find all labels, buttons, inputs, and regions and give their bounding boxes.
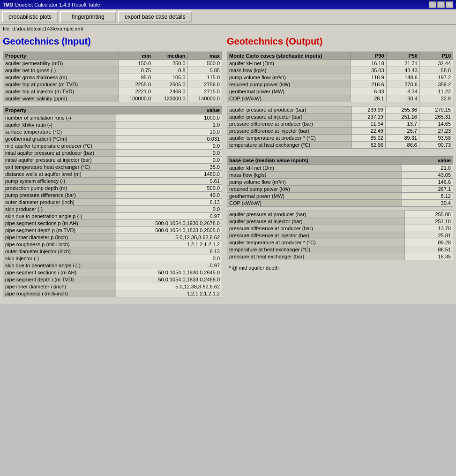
left-panel: Geotechnics (Input) Property min median …: [3, 35, 222, 301]
app-icon: TMO: [3, 2, 13, 8]
output-table-4: aquifer pressure at producer (bar)255.08…: [227, 211, 453, 260]
table-row: temperature at heat exchanger (°C)86.51: [227, 246, 453, 253]
value-cell: 2221.0: [119, 88, 153, 95]
value-cell: 13.78: [405, 225, 453, 232]
table-row: aquifer net to gross (-)0.750.80.85: [3, 67, 222, 74]
maximize-button[interactable]: □: [437, 1, 445, 8]
value-cell: 105.0: [153, 74, 187, 81]
col-monte-carlo: Monte Carlo cases (stochastic inputs): [227, 52, 351, 60]
property-cell: pump volume flow (m³/h): [227, 179, 402, 186]
right-section-title: Geotechnics (Output): [227, 35, 453, 48]
value-cell: 8.34: [386, 88, 419, 95]
table-row: production pump depth (m)500.0: [3, 185, 222, 192]
property-cell: pump pressure difference (bar): [3, 192, 116, 199]
col-max: max: [187, 52, 222, 60]
table-row: aquifer top at injector (m TVD)2221.0246…: [3, 88, 222, 95]
property-cell: pipe segment sections i (m AH): [3, 269, 116, 276]
fingerprinting-button[interactable]: fingerprinting: [60, 11, 116, 23]
table-row: pipe roughness i (milli-inch)1.2,1.2,1.2…: [3, 290, 222, 297]
value-cell: 0.0: [116, 150, 222, 157]
value-cell: 237.19: [351, 113, 385, 121]
value-cell: 0.75: [119, 67, 153, 74]
value-cell: 30.4: [402, 200, 453, 207]
value-cell: 0.0: [116, 143, 222, 150]
property-cell: pressure at heat exchanger (bar): [227, 253, 405, 260]
property-cell: skin injector (-): [3, 255, 116, 262]
value-cell: 50.0,1054.0,1833.0,2468.0: [116, 276, 222, 283]
close-button[interactable]: ✕: [446, 1, 453, 8]
minimize-button[interactable]: _: [429, 1, 436, 8]
property-cell: production pump depth (m): [3, 185, 116, 192]
value-cell: 0.0: [116, 255, 222, 262]
property-cell: outer diameter producer (inch): [3, 199, 116, 206]
export-base-case-button[interactable]: export base case details: [118, 11, 192, 23]
col-p90: P90: [350, 52, 386, 60]
value-cell: 30.4: [386, 95, 419, 102]
col-min: min: [119, 52, 153, 60]
table-row: pump system efficiency (-)0.61: [3, 178, 222, 185]
table-row: pump pressure difference (bar)40.0: [3, 192, 222, 199]
value-cell: 89.31: [385, 135, 419, 142]
value-cell: 11.22: [419, 88, 453, 95]
value-cell: 21.0: [402, 165, 453, 172]
value-cell: 1460.0: [116, 171, 222, 178]
property-cell: pipe segment sections p (m AH): [3, 220, 116, 227]
value-cell: 148.6: [386, 74, 419, 81]
value-cell: 239.99: [351, 106, 385, 113]
table-row: aquifer temperature at producer * (°C)85…: [227, 135, 453, 142]
table-row: outer diameter producer (inch)6.13: [3, 199, 222, 206]
property-cell: aquifer temperature at producer * (°C): [227, 135, 352, 142]
col-property-1: Property: [3, 52, 119, 60]
value-cell: 58.0: [419, 67, 453, 74]
property-cell: skin producer (-): [3, 206, 116, 213]
value-cell: -0.97: [116, 262, 222, 269]
table-row: pressure at heat exchanger (bar)16.35: [227, 253, 453, 260]
probabilistic-plots-button[interactable]: probabilistic plots: [2, 11, 58, 23]
table-row: pipe segment depth i (m TVD)50.0,1054.0,…: [3, 276, 222, 283]
right-panel: Geotechnics (Output) Monte Carlo cases (…: [227, 35, 453, 301]
property-cell: pump system efficiency (-): [3, 178, 116, 185]
table-row: initial aquifer pressure at injector (ba…: [3, 157, 222, 164]
table-row: exit temperature heat exchanger (°C)35.0: [3, 164, 222, 171]
table-row: aquifer pressure at injector (bar)237.19…: [227, 113, 453, 121]
property-cell: pressure difference at producer (bar): [227, 225, 405, 232]
table-row: mass flow (kg/s)43.05: [227, 172, 453, 179]
col-base-case: base case (median value inputs): [227, 157, 402, 165]
output-table-1: Monte Carlo cases (stochastic inputs) P9…: [227, 52, 453, 102]
value-cell: 8.12: [402, 193, 453, 200]
note: * @ mid aquifer depth: [227, 264, 453, 272]
value-cell: 118.9: [350, 74, 386, 81]
value-cell: 6.43: [350, 88, 386, 95]
value-cell: 14.65: [419, 121, 453, 128]
value-cell: 1.2,1.2,1.2,1.2: [116, 290, 222, 297]
left-section-title: Geotechnics (Input): [3, 35, 222, 48]
value-cell: 120000.0: [153, 95, 187, 102]
table-row: aquifer pressure at producer (bar)255.08: [227, 211, 453, 218]
table-row: aquifer permeability (mD)150.0250.0500.0: [3, 60, 222, 67]
value-cell: 21.31: [386, 60, 419, 67]
property-cell: geothermal power (MW): [227, 88, 351, 95]
value-cell: 5.0,12.38,8.62,6.62: [116, 283, 222, 290]
property-cell: aquifer pressure at producer (bar): [227, 106, 352, 113]
property-cell: skin due to penetration angle i (-): [3, 262, 116, 269]
table-row: pump volume flow (m³/h)118.9148.6197.2: [227, 74, 453, 81]
value-cell: 500.0,1054.0,1833.0,2505.0: [116, 227, 222, 234]
value-cell: 25.7: [385, 128, 419, 135]
property-cell: pressure difference at injector (bar): [227, 128, 352, 135]
value-cell: 95.0: [119, 74, 153, 81]
col-value-left: value: [116, 106, 222, 114]
table-row: inital aquifer pressure at producer (bar…: [3, 150, 222, 157]
col-property-2: Property: [3, 106, 116, 114]
table-row: required pump power (kW)267.1: [227, 186, 453, 193]
value-cell: 255.08: [405, 211, 453, 218]
value-cell: 500.0: [116, 185, 222, 192]
property-cell: distance wells at aquifer level (m): [3, 171, 116, 178]
value-cell: 359.2: [419, 81, 453, 88]
property-cell: aquifer temperature at producer * (°C): [227, 239, 405, 246]
property-cell: surface temperature (°C): [3, 128, 116, 136]
value-cell: 50.0,1054.0,1930.0,2645.0: [116, 269, 222, 276]
property-cell: aquifer top at producer (m TVD): [3, 81, 119, 88]
table-row: geothermal power (MW)6.438.3411.22: [227, 88, 453, 95]
value-cell: 1.2,1.2,1.2,1.2: [116, 241, 222, 248]
property-cell: aquifer pressure at injector (bar): [227, 113, 352, 121]
